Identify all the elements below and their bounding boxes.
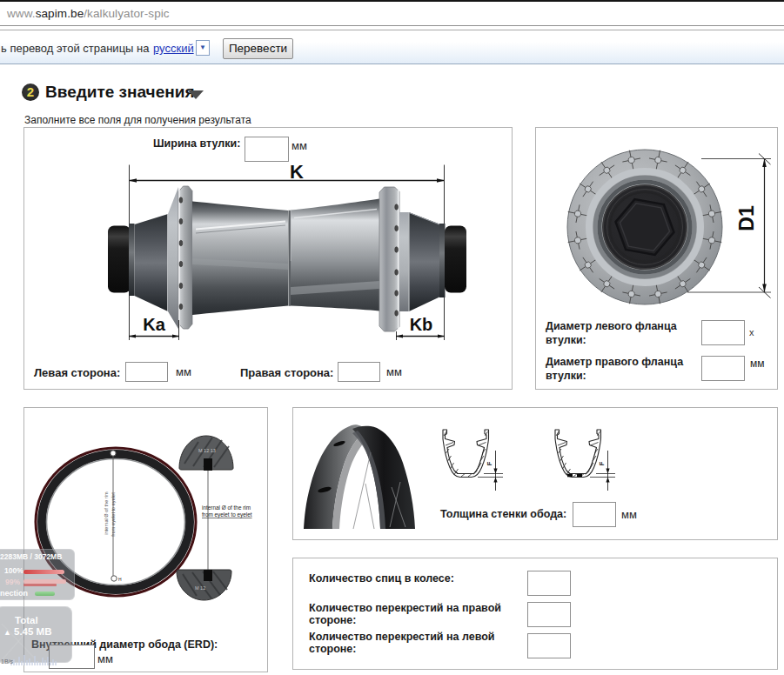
svg-text:internal Ø of the rim: internal Ø of the rim (104, 491, 109, 534)
svg-text:from eyelet to eyelet: from eyelet to eyelet (111, 492, 116, 537)
svg-text:D1: D1 (735, 205, 758, 231)
svg-text:M 12: M 12 (195, 585, 205, 591)
svg-text:internal Ø of the rim: internal Ø of the rim (202, 505, 251, 511)
svg-text:K: K (290, 162, 304, 183)
svg-text:Kb: Kb (410, 315, 433, 334)
svg-text:from eyelet to eyelet: from eyelet to eyelet (202, 511, 252, 518)
svg-text:M 12 13: M 12 13 (198, 448, 216, 453)
svg-text:H: H (118, 577, 122, 582)
svg-text:Ka: Ka (143, 315, 165, 334)
svg-text:M: M (119, 454, 123, 459)
